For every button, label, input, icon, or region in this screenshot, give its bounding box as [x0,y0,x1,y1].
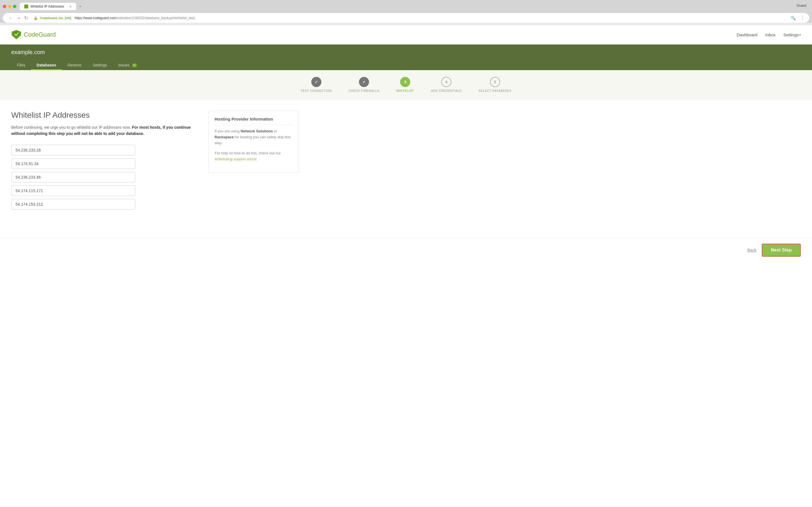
step-5-label: SELECT DATABASES [479,89,511,93]
step-whitelist: 3 WHITELIST [396,77,414,93]
step-4-circle: 4 [441,77,451,87]
back-nav-button[interactable]: ← [7,15,14,21]
whitelisting-link[interactable]: whitelisting support article. [214,157,257,161]
main-content: Whitelist IP Addresses Before continuing… [0,100,310,232]
step-check-firewalls: ✓ CHECK FIREWALLS [349,77,379,93]
site-header: example.com Files Databases Restore Sett… [0,45,812,70]
tab-databases[interactable]: Databases [31,60,62,70]
url-domain: https://www.codeguard.com [75,16,116,20]
page-title: Whitelist IP Addresses [11,111,197,120]
nav-links: Dashboard Inbox Settings ▾ [737,33,801,37]
steps-bar: ✓ TEST CONNECTION ✓ CHECK FIREWALLS 3 WH… [0,70,812,100]
back-button[interactable]: Back [748,248,756,252]
step-add-credentials: 4 ADD CREDENTIALS [431,77,462,93]
forward-nav-button[interactable]: → [15,15,22,21]
next-step-button[interactable]: Next Step [762,244,801,257]
nav-settings[interactable]: Settings ▾ [783,33,801,37]
nav-inbox[interactable]: Inbox [765,33,776,37]
site-name: example.com [11,49,801,55]
step-select-databases: 5 SELECT DATABASES [479,77,511,93]
step-3-circle: 3 [400,77,410,87]
new-tab-button[interactable]: + [76,2,84,11]
info-panel: Hosting Provider Information If you are … [209,111,299,173]
browser-tab[interactable]: Whitelist IP Addresses ✕ [20,3,76,10]
tab-close-button[interactable]: ✕ [69,5,71,8]
logo-shield-icon [11,30,21,40]
search-icon[interactable]: 🔍 [791,16,796,20]
close-dot[interactable] [3,5,6,8]
step-3-label: WHITELIST [396,89,414,93]
company-label: CodeGuard, Inc. [US] [40,16,71,20]
tab-settings[interactable]: Settings [87,60,113,70]
desc-plain: Before continuing, we urge you to go whi… [11,125,131,129]
step-4-label: ADD CREDENTIALS [431,89,462,93]
tab-restore[interactable]: Restore [62,60,87,70]
logo[interactable]: CodeGuard [11,30,56,40]
ip-input-2[interactable] [11,158,135,169]
logo-text: CodeGuard [24,31,56,38]
url-path: /websites/1198332/database_backups/white… [116,16,195,20]
step-2-circle: ✓ [359,77,369,87]
guest-label: Guest [797,3,806,8]
step-5-circle: 5 [490,77,500,87]
info-panel-title: Hosting Provider Information [214,117,293,125]
browser-nav: ← → ↻ [7,15,29,21]
checkmark-icon-2: ✓ [362,80,366,84]
ip-address-list [11,145,197,210]
nav-dashboard[interactable]: Dashboard [737,33,757,37]
top-nav: CodeGuard Dashboard Inbox Settings ▾ [0,25,812,45]
tab-issues[interactable]: Issues 0 [112,60,142,70]
page-description: Before continuing, we urge you to go whi… [11,124,197,137]
content-right: Hosting Provider Information If you are … [209,111,299,221]
action-bar: Back Next Step [0,238,812,262]
info-panel-text-1: If you are using Network Solutions or Ra… [214,128,293,146]
content-left: Whitelist IP Addresses Before continuing… [11,111,197,221]
tab-title: Whitelist IP Addresses [31,4,64,8]
address-url[interactable]: https://www.codeguard.com/websites/11983… [75,16,789,20]
menu-icon[interactable]: ⋮ [800,15,805,20]
tab-favicon [24,4,28,8]
reload-button[interactable]: ↻ [23,15,29,21]
ip-input-5[interactable] [11,199,135,210]
step-1-circle: ✓ [311,77,321,87]
ip-input-1[interactable] [11,145,135,156]
secure-icon: 🔒 [34,16,38,20]
ip-input-3[interactable] [11,172,135,182]
checkmark-icon-1: ✓ [315,80,318,84]
ip-input-4[interactable] [11,185,135,196]
tab-files[interactable]: Files [11,60,31,70]
step-1-label: TEST CONNECTION [301,89,332,93]
step-test-connection: ✓ TEST CONNECTION [301,77,332,93]
issues-badge: 0 [132,63,137,67]
site-tabs: Files Databases Restore Settings Issues … [11,60,801,70]
chevron-down-icon: ▾ [799,33,801,36]
info-panel-text-2: For help on how to do this, check out ou… [214,151,293,162]
step-2-label: CHECK FIREWALLS [349,89,379,93]
maximize-dot[interactable] [13,5,16,8]
minimize-dot[interactable] [8,5,11,8]
